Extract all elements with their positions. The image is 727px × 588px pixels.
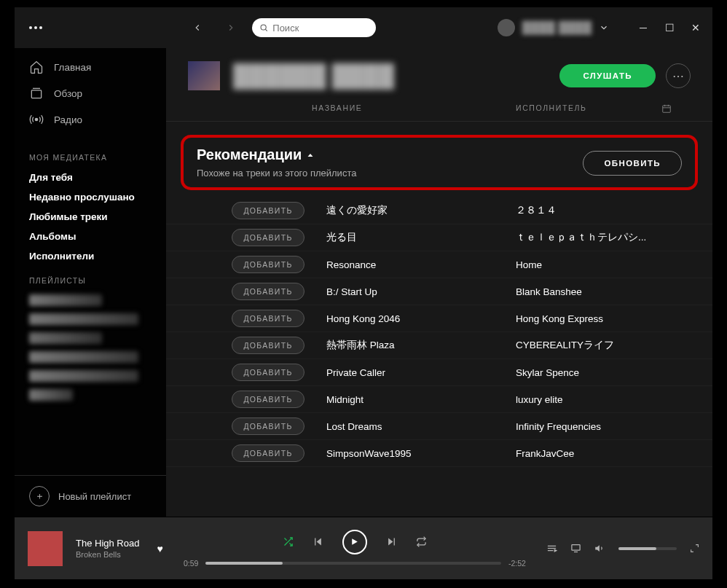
browse-icon [29,86,44,101]
player-bar: The High Road Broken Bells ♥ [15,517,712,579]
fullscreen-button[interactable] [690,544,699,553]
track-title: Hong Kong 2046 [304,313,516,324]
playlist-item[interactable] [29,332,102,344]
add-track-button[interactable]: ДОБАВИТЬ [232,229,304,246]
repeat-icon [416,536,427,547]
library-item-recent[interactable]: Недавно прослушано [15,187,166,207]
plus-icon: ＋ [29,486,50,506]
refresh-button[interactable]: ОБНОВИТЬ [583,151,682,176]
track-row[interactable]: ДОБАВИТЬPrivate CallerSkylar Spence [166,359,712,386]
volume-slider[interactable] [618,547,677,550]
playlist-item[interactable] [29,389,73,401]
track-row[interactable]: ДОБАВИТЬ熱帯雨林 PlazaCYBEREALITYライフ [166,332,712,359]
shuffle-icon [283,536,294,547]
nav-back-button[interactable] [185,15,210,40]
track-row[interactable]: ДОБАВИТЬResonanceHome [166,251,712,278]
add-track-button[interactable]: ДОБАВИТЬ [232,310,304,327]
search-input[interactable] [272,23,369,34]
svg-rect-16 [394,538,395,546]
user-avatar[interactable] [498,19,515,36]
add-track-button[interactable]: ДОБАВИТЬ [232,337,304,354]
library-heading: МОЯ МЕДИАТЕКА [15,143,166,168]
sidebar-radio-label: Радио [54,114,82,125]
nav-forward-button[interactable] [219,15,243,40]
track-artist: ｔｅｌｅｐａｔｈテレパシ... [516,231,691,244]
radio-icon [29,112,44,127]
track-title: 熱帯雨林 Plaza [304,339,516,352]
playlist-item[interactable] [29,313,138,325]
add-track-button[interactable]: ДОБАВИТЬ [232,391,304,408]
add-track-button[interactable]: ДОБАВИТЬ [232,444,304,462]
remaining-time: -2:52 [508,559,526,568]
more-options-button[interactable]: ⋯ [666,63,691,88]
track-row[interactable]: ДОБАВИТЬHong Kong 2046Hong Kong Express [166,305,712,332]
play-button[interactable]: СЛУШАТЬ [559,64,656,87]
playlist-item[interactable] [29,351,138,363]
track-title: 遠くの愛好家 [304,204,516,217]
devices-button[interactable] [570,543,581,554]
library-item-liked[interactable]: Любимые треки [15,207,166,227]
chevron-down-icon [599,23,609,33]
library-item-for-you[interactable]: Для тебя [15,168,166,187]
track-row[interactable]: ДОБАВИТЬMidnightluxury elite [166,386,712,413]
svg-line-1 [266,29,267,31]
new-playlist-label: Новый плейлист [58,491,131,502]
track-row[interactable]: ДОБАВИТЬLost DreamsInfinity Frequencies [166,413,712,440]
new-playlist-button[interactable]: ＋ Новый плейлист [15,475,166,517]
track-row[interactable]: ДОБАВИТЬB:/ Start UpBlank Banshee [166,278,712,305]
now-playing-title[interactable]: The High Road [76,538,139,549]
next-track-button[interactable] [386,536,397,547]
repeat-button[interactable] [416,536,427,547]
search-icon [259,23,268,33]
recommendations-title[interactable]: Рекомендации [197,146,356,163]
sidebar-item-home[interactable]: Главная [15,54,166,80]
play-pause-button[interactable] [342,530,367,554]
track-title: B:/ Start Up [304,286,516,297]
svg-marker-15 [388,538,393,546]
chevron-left-icon [192,23,203,33]
playlist-item[interactable] [29,370,138,382]
track-title: Private Caller [304,367,516,378]
library-item-albums[interactable]: Альбомы [15,227,166,246]
volume-icon [594,543,605,554]
svg-marker-12 [317,538,321,546]
track-title: Midnight [304,394,516,405]
track-artist: Blank Banshee [516,286,691,297]
track-row[interactable]: ДОБАВИТЬ光る目ｔｅｌｅｐａｔｈテレパシ... [166,224,712,251]
skip-forward-icon [386,536,397,547]
window-close-button[interactable]: ✕ [691,22,701,34]
playlist-item[interactable] [29,294,102,306]
user-name-label[interactable]: ████ ████ [522,21,592,34]
queue-button[interactable] [546,543,557,554]
add-track-button[interactable]: ДОБАВИТЬ [232,202,304,219]
prev-track-button[interactable] [313,536,323,547]
devices-icon [570,543,581,554]
app-menu-button[interactable] [26,26,45,29]
search-field[interactable] [252,18,376,37]
add-track-button[interactable]: ДОБАВИТЬ [232,364,304,381]
shuffle-button[interactable] [283,536,294,547]
add-track-button[interactable]: ДОБАВИТЬ [232,256,304,273]
column-artist: ИСПОЛНИТЕЛЬ [516,103,661,114]
seek-bar[interactable] [205,562,501,565]
library-item-artists[interactable]: Исполнители [15,246,166,266]
track-artist: ２８１４ [516,204,691,217]
user-menu-toggle[interactable] [599,23,609,33]
now-playing-artist[interactable]: Broken Bells [76,550,139,559]
sidebar-item-radio[interactable]: Радио [15,106,166,133]
add-track-button[interactable]: ДОБАВИТЬ [232,283,304,300]
window-maximize-button[interactable]: ☐ [664,22,675,34]
window-minimize-button[interactable]: ─ [638,22,648,34]
like-button[interactable]: ♥ [157,543,162,554]
playlist-cover[interactable] [188,61,220,90]
sidebar-item-browse[interactable]: Обзор [15,80,166,106]
now-playing-cover[interactable] [28,531,63,566]
track-row[interactable]: ДОБАВИТЬSimpsonWave1995FrankJavCee [166,440,712,467]
track-row[interactable]: ДОБАВИТЬ遠くの愛好家２８１４ [166,197,712,224]
track-artist: Skylar Spence [516,367,691,378]
add-track-button[interactable]: ДОБАВИТЬ [232,418,304,435]
caret-up-icon [306,151,315,160]
track-artist: luxury elite [516,394,691,405]
calendar-icon [661,103,672,114]
mute-button[interactable] [594,543,605,554]
